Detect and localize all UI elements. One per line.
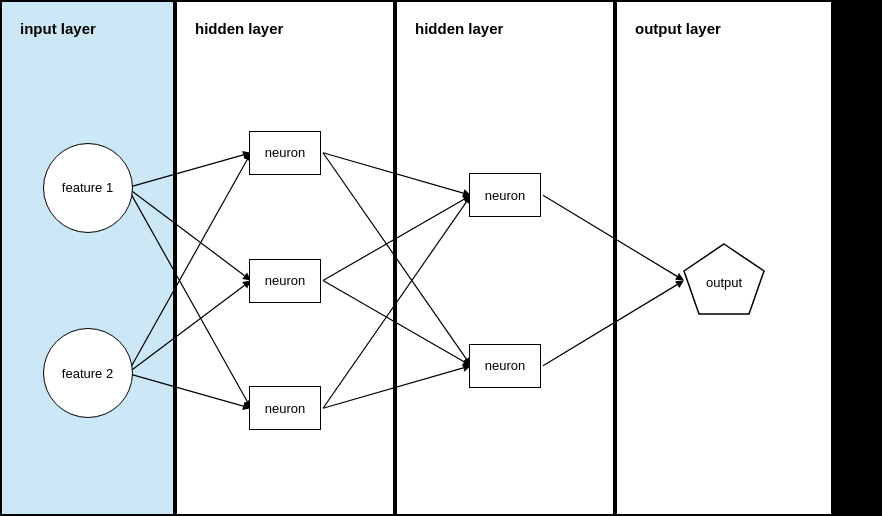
hidden-layer-2-title: hidden layer — [415, 20, 503, 37]
hidden2-node-1-label: neuron — [485, 358, 525, 373]
output-nodes-container: output — [617, 47, 831, 514]
hidden2-node-0: neuron — [469, 173, 541, 217]
input-nodes-container: feature 1 feature 2 — [2, 47, 173, 514]
neural-network-diagram: input layer feature 1 feature 2 hidden l… — [0, 0, 882, 516]
hidden2-node-0-label: neuron — [485, 188, 525, 203]
output-layer: output layer output — [615, 0, 833, 516]
pentagon-shape: output — [679, 239, 769, 319]
output-node-0: output — [679, 239, 769, 323]
input-node-0-label: feature 1 — [62, 180, 113, 195]
input-layer-title: input layer — [20, 20, 96, 37]
hidden1-node-1: neuron — [249, 259, 321, 303]
output-layer-title: output layer — [635, 20, 721, 37]
input-node-0: feature 1 — [43, 143, 133, 233]
hidden2-nodes-container: neuron neuron — [397, 47, 613, 514]
hidden2-node-1: neuron — [469, 344, 541, 388]
hidden-layer-1-title: hidden layer — [195, 20, 283, 37]
input-node-1-label: feature 2 — [62, 366, 113, 381]
hidden-layer-2: hidden layer neuron neuron — [395, 0, 615, 516]
hidden-layer-1: hidden layer neuron neuron neuron — [175, 0, 395, 516]
hidden1-node-1-label: neuron — [265, 273, 305, 288]
input-node-1: feature 2 — [43, 328, 133, 418]
input-layer: input layer feature 1 feature 2 — [0, 0, 175, 516]
hidden1-node-2-label: neuron — [265, 401, 305, 416]
hidden1-node-0: neuron — [249, 131, 321, 175]
hidden1-nodes-container: neuron neuron neuron — [177, 47, 393, 514]
hidden1-node-2: neuron — [249, 386, 321, 430]
hidden1-node-0-label: neuron — [265, 145, 305, 160]
output-label: output — [706, 275, 743, 290]
